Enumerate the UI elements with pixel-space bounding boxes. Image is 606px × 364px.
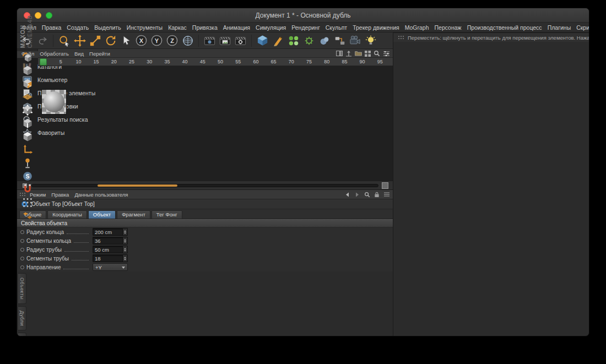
render-settings-button[interactable]	[233, 34, 248, 48]
quantize-button[interactable]	[20, 197, 35, 209]
anim-dot-icon[interactable]	[20, 248, 24, 252]
browser-item-presets[interactable]: Предустановки	[17, 100, 393, 113]
ring-radius-field[interactable]: 200 cm	[93, 228, 128, 236]
menu-animate[interactable]: Анимация	[220, 24, 253, 31]
anim-dot-icon[interactable]	[20, 257, 24, 260]
ring-segments-field[interactable]: 36	[93, 237, 128, 245]
folder-up-icon[interactable]	[345, 50, 353, 57]
stepper[interactable]	[122, 255, 127, 262]
scale-tool[interactable]	[88, 34, 102, 48]
ruler-tick: 60	[253, 59, 258, 64]
redo-button[interactable]	[35, 34, 50, 48]
new-folder-icon[interactable]	[354, 50, 362, 57]
titlebar: Документ 1 * - Основной дубль	[17, 8, 589, 23]
add-cube-button[interactable]	[255, 34, 270, 48]
menu-sculpt[interactable]: Скульпт	[323, 24, 350, 31]
coordinate-system-button[interactable]	[180, 34, 195, 48]
menu-create[interactable]: Создать	[64, 24, 91, 31]
live-selection-tool[interactable]	[57, 34, 72, 48]
stepper[interactable]	[122, 246, 127, 253]
make-editable-button[interactable]	[20, 51, 35, 63]
history-back-icon[interactable]	[343, 191, 351, 198]
browser-menu-goto[interactable]: Перейти	[86, 51, 113, 57]
selected-object-row[interactable]: Объект Тор [Объект Тор]	[17, 199, 393, 209]
volume-button[interactable]	[317, 34, 332, 48]
history-forward-icon[interactable]	[353, 191, 361, 198]
timeline-ruler[interactable]: 05101520253035404550556065707580859095	[38, 57, 393, 66]
rotate-tool[interactable]	[103, 34, 118, 48]
model-mode-button[interactable]	[20, 64, 35, 77]
menu-script[interactable]: Скрипт	[573, 24, 589, 31]
anim-dot-icon[interactable]	[20, 265, 24, 269]
panel-menu-icon[interactable]	[383, 191, 391, 198]
search-icon[interactable]	[373, 50, 381, 57]
camera-button[interactable]	[348, 34, 362, 48]
menu-render[interactable]: Рендеринг	[289, 24, 322, 31]
xpresso-button[interactable]	[332, 34, 347, 48]
tab-coordinates[interactable]: Координаты	[47, 210, 87, 219]
lock-y-button[interactable]: Y	[149, 34, 164, 48]
thumbnail-size-slider[interactable]	[31, 184, 378, 187]
attr-menu-userdata[interactable]: Данные пользователя	[72, 192, 131, 198]
menu-motion-tracker[interactable]: Трекер движения	[350, 24, 402, 31]
polygons-mode-button[interactable]	[20, 131, 35, 143]
menu-select[interactable]: Выделить	[91, 24, 123, 31]
menu-plugins[interactable]: Плагины	[545, 24, 574, 31]
browser-item-favorites[interactable]: Фавориты	[17, 126, 393, 139]
preview-pane-icon[interactable]	[336, 50, 343, 57]
light-button[interactable]	[363, 34, 378, 48]
workplane-mode-button[interactable]	[20, 91, 35, 103]
side-tab-objects[interactable]: Объекты	[18, 273, 26, 304]
pin-tool-button[interactable]	[20, 157, 35, 169]
menu-snap[interactable]: Привязка	[190, 24, 220, 31]
tab-slice[interactable]: Фрагмент	[117, 210, 150, 219]
browser-menu-view[interactable]: Вид	[72, 51, 86, 57]
lock-icon[interactable]	[373, 191, 381, 198]
filter-options-icon[interactable]	[382, 50, 390, 57]
menu-pipeline[interactable]: Производственный процесс	[464, 24, 545, 31]
object-properties-header[interactable]: Свойства объекта	[17, 219, 393, 227]
tab-object[interactable]: Объект	[88, 210, 116, 219]
render-picture-viewer-button[interactable]	[218, 34, 232, 48]
move-tool[interactable]	[72, 34, 87, 48]
search-icon[interactable]	[363, 191, 371, 198]
lock-z-button[interactable]: Z	[165, 34, 180, 48]
menu-mograph[interactable]: MoGraph	[402, 24, 432, 31]
side-tab-content-browser[interactable]: Браузер библиотек	[18, 333, 26, 336]
edges-mode-button[interactable]	[20, 117, 35, 129]
tab-phong[interactable]: Тег Фонг	[152, 210, 182, 219]
anim-dot-icon[interactable]	[20, 230, 24, 234]
attr-menu-edit[interactable]: Правка	[48, 192, 72, 198]
snap-settings-button[interactable]: S	[20, 170, 35, 182]
browser-item-recent[interactable]: Последние элементы	[17, 86, 393, 100]
side-tab-takes[interactable]: Дубли	[18, 306, 26, 330]
playhead[interactable]	[40, 58, 47, 66]
pipe-segments-field[interactable]: 18	[93, 254, 128, 262]
workplane-pin-button[interactable]	[20, 210, 35, 222]
browser-item-computer[interactable]: Компьютер	[17, 73, 393, 86]
anim-dot-icon[interactable]	[20, 239, 24, 243]
render-view-button[interactable]	[202, 34, 217, 48]
lock-x-button[interactable]: X	[134, 34, 149, 48]
points-mode-button[interactable]	[20, 104, 35, 116]
stepper[interactable]	[122, 229, 127, 235]
texture-mode-button[interactable]	[20, 78, 35, 90]
menu-edit[interactable]: Правка	[39, 24, 64, 31]
menu-simulate[interactable]: Симуляция	[253, 24, 289, 31]
browser-menu-edit[interactable]: Обработать	[37, 51, 72, 57]
spline-pen-button[interactable]	[270, 34, 285, 48]
browser-item-search-results[interactable]: Результаты поиска	[17, 113, 393, 126]
menu-tools[interactable]: Инструменты	[124, 24, 165, 31]
mograph-cloner-button[interactable]	[286, 34, 301, 48]
menu-mesh[interactable]: Каркас	[165, 24, 190, 31]
menu-character[interactable]: Персонаж	[432, 24, 464, 31]
orientation-select[interactable]: +Y	[93, 263, 128, 271]
chevron-down-icon	[122, 267, 125, 270]
simulate-button[interactable]	[301, 34, 316, 48]
recent-tool-button[interactable]	[118, 34, 133, 48]
pipe-radius-field[interactable]: 50 cm	[93, 246, 128, 253]
stepper[interactable]	[122, 237, 127, 244]
axis-mode-button[interactable]	[20, 144, 35, 156]
material-thumbnail[interactable]	[41, 89, 67, 115]
view-grid-icon[interactable]	[364, 50, 371, 57]
